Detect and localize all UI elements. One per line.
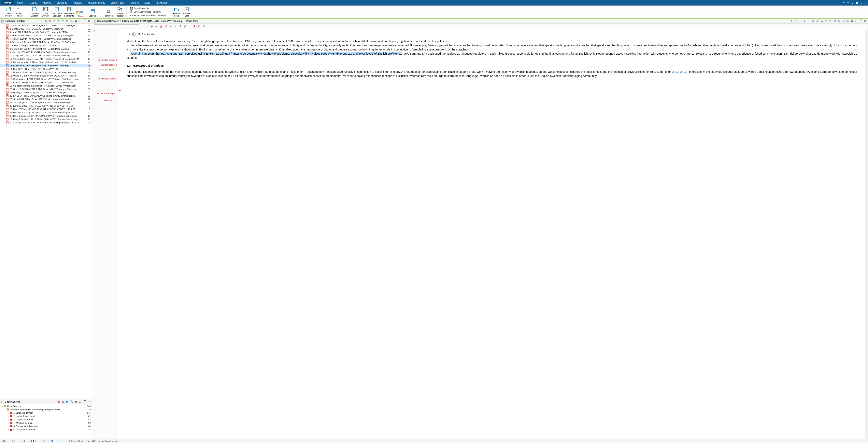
- document-row[interactable]: 5. Holi Ali 2020 PRIM. QUAL.#5 - Coded**…: [0, 37, 92, 40]
- code-diamond-icon[interactable]: ◇: [145, 25, 149, 28]
- code-item[interactable]: ›4. Affective domain69: [0, 421, 92, 424]
- menu-item-import[interactable]: Import: [14, 0, 27, 5]
- highlighted-segment[interactable]: Overall, it appears that Pat, Kim and Sa…: [131, 52, 402, 55]
- menu-item-stats[interactable]: Stats: [142, 0, 153, 5]
- code-combo[interactable]: [94, 25, 139, 28]
- chevron-icon[interactable]: ›: [7, 429, 10, 431]
- codesys-gear-icon[interactable]: ✿: [74, 400, 78, 404]
- browser-search-icon[interactable]: 🔍: [846, 19, 849, 23]
- citation-link[interactable]: 2012: [672, 70, 679, 73]
- bookmark-icon[interactable]: ⚐: [807, 19, 810, 23]
- pen-red-icon[interactable]: [164, 25, 168, 28]
- document-row[interactable]: 23. Sung 2017 PRIM. QUAL.#23***L2 classr…: [0, 97, 92, 101]
- vertical-scrollbar[interactable]: [865, 29, 868, 439]
- document-row[interactable]: 19. Salaberri-Ramiro & Sanchez-Perez 201…: [0, 84, 92, 87]
- status-page[interactable]: 🗋: [60, 440, 62, 442]
- zoom-out-icon[interactable]: 🔍: [811, 19, 815, 23]
- document-list[interactable]: 1. Alhassan et al 2021 PRIM. QUAL.#1 - C…: [0, 24, 92, 399]
- codesys-close-icon[interactable]: ✕: [87, 400, 91, 404]
- fit-page-icon[interactable]: ⊞: [824, 19, 828, 23]
- pen-green-icon[interactable]: [169, 25, 173, 28]
- docsys-copy-icon[interactable]: ⧉: [44, 19, 47, 23]
- teamwork-button[interactable]: Teamwork: [102, 8, 115, 17]
- chevron-icon[interactable]: ›: [7, 415, 10, 417]
- document-row[interactable]: 29. Ding & Stapleton 2016 PRIM. QUAL.#29…: [0, 118, 92, 121]
- document-row[interactable]: 15. Rowland & Murray 2019 PRIM. QUAL.#15…: [0, 71, 92, 74]
- document-row[interactable]: 21. Huang 2018 PRIM. QUAL.#21****Learner…: [0, 91, 92, 94]
- chevron-icon[interactable]: ›: [7, 422, 10, 424]
- document-row[interactable]: 27. Malavska 2017 p121 PRIM. QUAL.#27***…: [0, 111, 92, 114]
- project-from-activated-button[interactable]: 🗂 Project from Activated Documents: [129, 13, 167, 17]
- document-row[interactable]: 24. Yu & Wright 2017 PRIM. QUAL.#24****L…: [0, 101, 92, 104]
- codesys-filter-icon[interactable]: ⧈: [61, 400, 65, 404]
- code-tag[interactable]: ..15. Clear explani: [99, 68, 117, 71]
- chevron-icon[interactable]: ⌄: [1, 405, 4, 408]
- document-row[interactable]: 30. Somniso et al 2016 PRIM. QUAL.#30**C…: [0, 121, 92, 124]
- menu-item-memos[interactable]: Memos: [40, 0, 54, 5]
- document-row[interactable]: 18. Doiz & Lasagabaster 2018 PRIM. QUAL.…: [0, 81, 92, 84]
- smiley-icon[interactable]: ☺: [860, 1, 863, 4]
- document-row[interactable]: 28. He & Chiang 2016 PRIM. QUAL.#28***In…: [0, 114, 92, 118]
- code-item[interactable]: ›5. Socio-cultural domain68: [0, 424, 92, 428]
- browser-collapse-icon[interactable]: ▔: [859, 19, 863, 23]
- codesys-add-icon[interactable]: ◩: [65, 400, 69, 404]
- pen-purple-icon[interactable]: [183, 25, 187, 28]
- document-row[interactable]: 10. Song 2020 PRIM. QUAL.#10 - Coded **C…: [0, 54, 92, 57]
- document-row[interactable]: 17. Chalapati et al 2018 PRIM. QUAL.#17*…: [0, 77, 92, 81]
- docsys-search-icon[interactable]: 🔍: [70, 19, 73, 23]
- nav-down-icon[interactable]: ↓: [798, 19, 802, 23]
- print-icon[interactable]: 🖶: [837, 19, 841, 23]
- nav-first-icon[interactable]: ⤒: [789, 19, 793, 23]
- browser-popout-icon[interactable]: ❐: [855, 19, 858, 23]
- side-panel-icon[interactable]: ◫: [833, 19, 836, 23]
- code-item[interactable]: ›6. Institutional domain15: [0, 428, 92, 431]
- status-clipboard[interactable]: 📋: [42, 440, 45, 442]
- undo-code-icon[interactable]: ↶: [197, 25, 201, 28]
- pen-black-icon[interactable]: [178, 25, 182, 28]
- nav-last-icon[interactable]: ⤓: [803, 19, 806, 23]
- code-diamond-2-icon[interactable]: ◆: [155, 25, 158, 28]
- docsys-folder-icon[interactable]: 🗀: [61, 19, 65, 23]
- pen-lime-icon[interactable]: [174, 25, 177, 28]
- gear-icon[interactable]: ✿: [856, 1, 858, 4]
- pdf-page-view[interactable]: 8 ✎ M. KUTEEVA students on the basis of …: [121, 29, 865, 439]
- menu-item-reports[interactable]: Reports: [127, 0, 142, 5]
- export-icon[interactable]: ⇲: [842, 19, 845, 23]
- docsys-copy2-icon[interactable]: ⧉: [48, 19, 52, 23]
- layout-1-icon[interactable]: [76, 11, 80, 14]
- pin-icon[interactable]: ⚲: [192, 25, 196, 28]
- redo-code-icon[interactable]: ↷: [202, 25, 206, 28]
- docsys-gear-icon[interactable]: ✿: [74, 19, 78, 23]
- codesys-color-icon[interactable]: ◧: [57, 400, 60, 404]
- menu-item-mixed-methods[interactable]: Mixed Methods: [85, 0, 108, 5]
- document-row[interactable]: 1. Alhassan et al 2021 PRIM. QUAL.#1 - C…: [0, 24, 92, 27]
- document-row[interactable]: 9. Han et al 2020 PRIM. QUAL.#9 - Coded …: [0, 51, 92, 54]
- menu-item-codes[interactable]: Codes: [27, 0, 40, 5]
- chevron-icon[interactable]: ›: [7, 425, 10, 428]
- browser-gear-icon[interactable]: ✿: [850, 19, 854, 23]
- combo-drop-icon[interactable]: ⌄: [141, 25, 144, 28]
- help-icon[interactable]: ?: [865, 1, 866, 4]
- code-item[interactable]: ›3. Cognitive domain42: [0, 418, 92, 421]
- status-query[interactable]: 🔍Simple Coding Query (OR combination of …: [68, 440, 118, 442]
- menu-item-visual-tools[interactable]: Visual Tools: [108, 0, 127, 5]
- codesys-collapse-icon[interactable]: ▔: [83, 400, 86, 404]
- code-diamond-colored-icon[interactable]: ◆: [150, 25, 153, 28]
- code-item[interactable]: ›2. Instructional domain62: [0, 414, 92, 418]
- document-row[interactable]: 7. Baker & Fang 2020 PRIM. QUAL.#7 - Cod…: [0, 44, 92, 47]
- new-project-button[interactable]: + New Project: [4, 6, 14, 17]
- menu-item-variables[interactable]: Variables: [54, 0, 70, 5]
- nav-up-icon[interactable]: ↑: [794, 19, 797, 23]
- code-root[interactable]: ⌄Code System949: [0, 404, 92, 408]
- codesys-search-icon[interactable]: 🔍: [70, 400, 73, 404]
- save-anonymized-button[interactable]: 🗄 Save Anonymized Project As: [129, 10, 167, 13]
- document-row[interactable]: 14. Hua 2020 PRIM. QUAL.#14 - Coded*****…: [0, 67, 92, 71]
- code-parent[interactable]: ⌄Students' challenges and coping strateg…: [0, 408, 92, 411]
- grid-icon[interactable]: ⊟: [829, 19, 832, 23]
- status-person[interactable]: 👤: [51, 440, 54, 442]
- docsys-import-icon[interactable]: ➲: [57, 19, 60, 23]
- save-project-as-button[interactable]: 💾 Save Project As: [129, 6, 167, 10]
- document-browser-button[interactable]: Document Browser: [51, 6, 63, 17]
- code-tag[interactable]: ..Content lecturer: [99, 64, 117, 66]
- code-item[interactable]: ›1. Lingustic domain175: [0, 411, 92, 414]
